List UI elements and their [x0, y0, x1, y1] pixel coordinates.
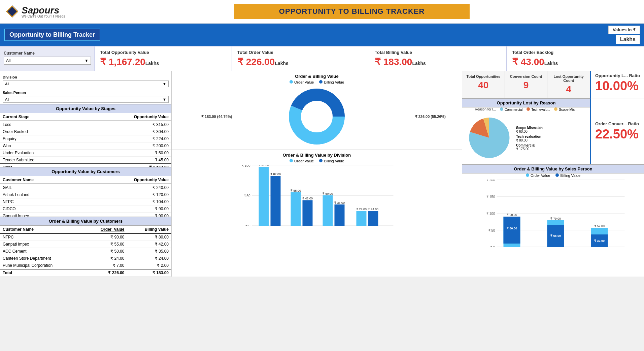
svg-text:₹ 66.00: ₹ 66.00 — [550, 234, 561, 237]
svg-text:₹ 150: ₹ 150 — [486, 195, 495, 199]
pie-legend-label: Reason for l... — [475, 107, 496, 111]
lost-reason-title: Opportunity Lost by Reason — [462, 98, 590, 107]
division-select[interactable]: All▼ — [3, 81, 169, 87]
svg-point-4 — [301, 101, 332, 132]
division-label: Division — [3, 75, 17, 79]
donut-section: Order & Billing Value Order Value Billin… — [172, 71, 462, 150]
sales-person-label: Sales Person — [3, 91, 26, 95]
sales-person-select[interactable]: All▼ — [3, 96, 169, 103]
svg-text:₹ 100: ₹ 100 — [242, 165, 250, 167]
kpi-order-value: ₹ 226.00 — [237, 57, 275, 67]
svg-text:₹ 57.00: ₹ 57.00 — [594, 224, 605, 228]
order-conversion-box: Order Conver... Ratio 22.50% — [590, 98, 644, 164]
table-row: Total₹ 226.00₹ 183.00 — [0, 269, 171, 277]
pie-leg-commercial: Commercial — [505, 108, 522, 111]
customers-opp-title: Opportunity Value by Customers — [0, 167, 171, 176]
logo-tagline: We Carve Out Your IT Needs — [22, 14, 65, 18]
filter-row2: Sales Person All▼ — [0, 89, 171, 104]
table-row: Won₹ 200.00 — [0, 142, 171, 150]
svg-text:₹ 50: ₹ 50 — [488, 229, 495, 232]
kpi-backlog: Total Order Backlog ₹ 43.00Lakhs — [507, 46, 644, 71]
sales-person-filter: Sales Person All▼ — [3, 89, 169, 103]
svg-text:₹ 97.00: ₹ 97.00 — [259, 165, 269, 167]
donut-chart: ₹ 183.00 (44.74%) ₹ 226.00 (55.26%) — [174, 86, 459, 147]
svg-rect-15 — [291, 192, 301, 226]
table-row: Under Evaluation₹ 50.00 — [0, 150, 171, 157]
kpi-opportunity-value: ₹ 1,167.20 — [100, 57, 145, 67]
unit-label: Lakhs — [616, 35, 640, 44]
commercial-label: Commercial₹ 175.00 — [516, 143, 543, 151]
section-title-main: Opportunity to Billing Tracker — [4, 29, 100, 41]
order-conversion-value: 22.50% — [595, 127, 640, 141]
kpi-opportunity-label: Total Opportunity Value — [100, 50, 226, 55]
svg-rect-25 — [368, 211, 378, 226]
order-billing-table: Customer Name Order_Value Billing Value … — [0, 226, 171, 277]
division-filter: Division All▼ — [3, 74, 169, 87]
table-row: Order Booked₹ 304.00 — [0, 128, 171, 135]
left-panel: Division All▼ Sales Person All▼ Opportun… — [0, 71, 172, 277]
lost-count-label: Lost Opportunity Count — [551, 74, 586, 83]
svg-rect-43 — [504, 217, 520, 244]
lost-reason-section: Opportunity Lost by Reason Reason for l.… — [462, 98, 590, 164]
stages-table-title: Opportunity Value by Stages — [0, 104, 171, 113]
table-row: Ashok Lealand₹ 120.00 — [0, 191, 171, 198]
div-legend-billing: Billing Value — [324, 159, 344, 163]
table-row: NTPC₹ 90.00₹ 80.00 — [0, 233, 171, 241]
kpi-backlog-label: Total Order Backlog — [512, 50, 638, 55]
donut-legend: Order Value Billing Value — [174, 80, 459, 84]
logo-name: Sapours — [22, 5, 65, 16]
stages-table: Current Stage Opportunity Value Loss₹ 31… — [0, 113, 171, 167]
svg-text:₹ 82.00: ₹ 82.00 — [270, 172, 281, 176]
conversion-count-label: Conversion Count — [508, 74, 544, 78]
filter-row: Division All▼ — [0, 71, 171, 89]
order-conversion-label: Order Conver... Ratio — [595, 121, 640, 126]
table-row: Ganpati Impex₹ 55.00₹ 42.00 — [0, 241, 171, 248]
donut-legend-billing: Billing Value — [324, 80, 344, 84]
sales-legend-billing: Billing Value — [560, 173, 580, 178]
cust-opp-col2: Opportunity Value — [81, 176, 171, 184]
stages-col2: Opportunity Value — [82, 113, 171, 121]
svg-text:₹ 50: ₹ 50 — [244, 194, 250, 198]
lost-reason-row: Opportunity Lost by Reason Reason for l.… — [462, 98, 644, 164]
right-panel: Total Opportunities 40 Conversion Count … — [462, 71, 644, 277]
stats-boxes: Total Opportunities 40 Conversion Count … — [462, 71, 590, 98]
customer-name-select[interactable]: All▼ — [4, 57, 91, 65]
opportunity-ratio-value: 10.00% — [595, 79, 640, 93]
table-row: ACC Cement₹ 50.00₹ 35.00 — [0, 248, 171, 255]
total-opps-box: Total Opportunities 40 — [462, 71, 505, 98]
pie-leg-tech: Tech evalu... — [531, 108, 550, 111]
svg-text:₹ 100: ₹ 100 — [486, 212, 495, 216]
table-row: Canteen Store Department₹ 24.00₹ 24.00 — [0, 255, 171, 262]
sales-legend: Order Value Billing Value — [462, 173, 644, 178]
order-billing-cust-title: Order & Billing Value by Customers — [0, 217, 171, 226]
pie-labels: Scope Mismatch₹ 60.00 Tech evaluation₹ 8… — [516, 126, 543, 151]
table-row: Tender Submitted₹ 45.00 — [0, 157, 171, 164]
svg-text:₹ 79.00: ₹ 79.00 — [550, 217, 561, 220]
customer-name-label: Customer Name — [4, 51, 35, 56]
svg-rect-13 — [271, 176, 281, 226]
division-chart-title: Order & Billing Value by Division — [174, 153, 459, 158]
kpi-billing-value: ₹ 183.00 — [375, 57, 412, 67]
kpi-backlog-value: ₹ 43.00 — [512, 57, 544, 67]
pie-chart-area: Scope Mismatch₹ 60.00 Tech evaluation₹ 8… — [462, 113, 590, 164]
table-row: NTPC₹ 104.00 — [0, 198, 171, 205]
values-label: Values in ₹ — [608, 26, 640, 34]
table-row: Enquiry₹ 224.00 — [0, 135, 171, 142]
table-row: GAIL₹ 240.00 — [0, 184, 171, 191]
ob-col1: Customer Name — [0, 226, 83, 233]
table-row: CIDCO₹ 90.00 — [0, 205, 171, 213]
customers-opp-table: Customer Name Opportunity Value GAIL₹ 24… — [0, 176, 171, 217]
svg-rect-11 — [259, 167, 269, 226]
main-title-bar: OPPORTUNITY TO BILLING TRACKER — [234, 4, 470, 19]
pie-legend: Reason for l... Commercial Tech evalu...… — [462, 107, 590, 111]
stages-col1: Current Stage — [0, 113, 82, 121]
kpi-backlog-unit: Lakhs — [544, 61, 558, 66]
svg-text:₹ 24.00: ₹ 24.00 — [356, 208, 367, 211]
sales-bar-svg: ₹ 200 ₹ 150 ₹ 100 ₹ 50 ₹ 0 ₹ 90.00 ₹ 80.… — [481, 180, 641, 247]
total-opps-label: Total Opportunities — [466, 74, 501, 78]
svg-text:₹ 90.00: ₹ 90.00 — [507, 213, 517, 217]
table-row: Loss₹ 315.00 — [0, 121, 171, 128]
lost-count-box: Lost Opportunity Count 4 — [547, 71, 590, 98]
page-title: OPPORTUNITY TO BILLING TRACKER — [279, 7, 425, 16]
ob-col2: Order_Value — [83, 226, 127, 233]
